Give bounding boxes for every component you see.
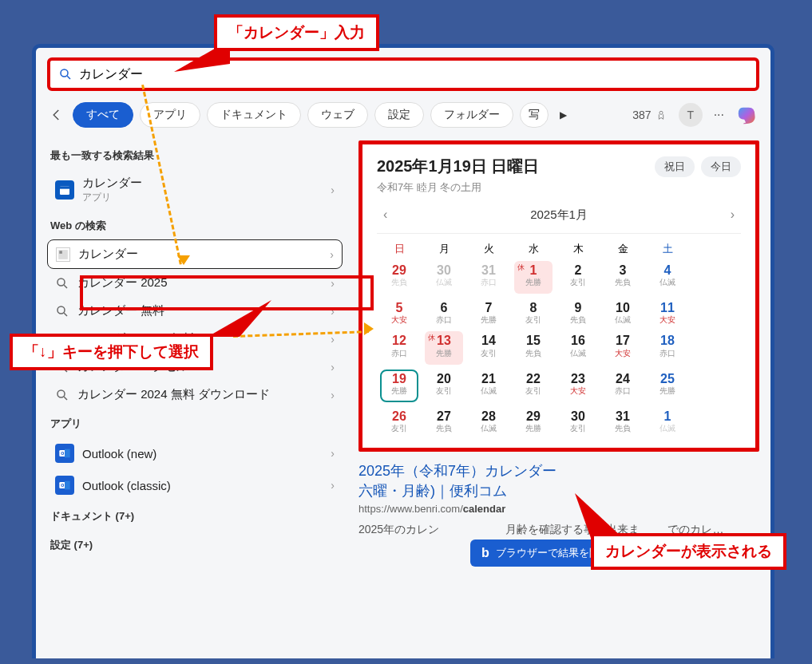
svg-line-4 <box>67 76 70 79</box>
calendar-day[interactable]: 休13先勝 <box>422 331 466 369</box>
rewards-points[interactable]: 387 <box>628 109 671 121</box>
calendar-dow: 水 <box>511 240 556 261</box>
calendar-day[interactable]: 4仏滅 <box>645 261 690 298</box>
svg-line-13 <box>64 313 67 316</box>
calendar-dow: 日 <box>377 240 422 261</box>
svg-point-5 <box>660 111 663 114</box>
result-calendar-app[interactable]: カレンダー アプリ › <box>47 169 343 211</box>
calendar-day[interactable]: 16仏滅 <box>556 331 600 369</box>
filter-settings[interactable]: 設定 <box>374 102 424 128</box>
search-icon <box>55 276 69 290</box>
search-icon <box>55 388 69 402</box>
calendar-day[interactable]: 31赤口 <box>466 261 511 298</box>
calendar-day[interactable]: 30仏滅 <box>422 261 466 298</box>
chevron-right-icon: › <box>330 248 334 261</box>
calendar-day[interactable]: 7先勝 <box>466 298 511 331</box>
calendar-era-line: 令和7年 睦月 冬の土用 <box>377 180 741 195</box>
calendar-day[interactable]: 25先勝 <box>645 370 690 407</box>
calendar-day[interactable]: 5大安 <box>377 298 422 331</box>
calendar-day[interactable]: 24赤口 <box>600 370 645 407</box>
calendar-day[interactable]: 6赤口 <box>422 298 466 331</box>
calendar-dow: 土 <box>645 240 690 261</box>
filter-more[interactable]: ▶ <box>555 109 572 121</box>
result-title: カレンダー <box>78 247 138 262</box>
calendar-day[interactable]: 休1先勝 <box>511 261 556 298</box>
calendar-day[interactable]: 20友引 <box>422 370 466 407</box>
calendar-pill-today[interactable]: 今日 <box>701 156 741 177</box>
result-web-3b[interactable]: カレンダー 無料 › <box>47 297 343 325</box>
svg-rect-9 <box>59 251 62 254</box>
calendar-day[interactable]: 17大安 <box>600 331 645 369</box>
search-box[interactable] <box>47 57 759 91</box>
calendar-day[interactable]: 29先負 <box>377 261 422 298</box>
dashed-arrowhead-2 <box>364 322 374 335</box>
calendar-day[interactable]: 15先負 <box>511 331 556 369</box>
search-icon <box>55 304 69 318</box>
calendar-day[interactable]: 21仏滅 <box>466 370 511 407</box>
svg-line-11 <box>64 285 67 288</box>
calendar-day[interactable]: 14友引 <box>466 331 511 369</box>
calendar-day[interactable]: 28仏滅 <box>466 407 511 440</box>
chevron-right-icon: › <box>331 333 335 346</box>
calendar-day[interactable]: 29先勝 <box>511 407 556 440</box>
chevron-right-icon: › <box>331 277 335 290</box>
calendar-day[interactable]: 27先負 <box>422 407 466 440</box>
filter-folder[interactable]: フォルダー <box>430 102 513 128</box>
calendar-day[interactable]: 12赤口 <box>377 331 422 369</box>
calendar-day[interactable]: 26友引 <box>377 407 422 440</box>
callout-arrowkey: 「↓」キーを押下して選択 <box>10 334 213 370</box>
svg-text:o: o <box>61 482 64 488</box>
result-outlook-new[interactable]: o Outlook (new) › <box>47 437 343 469</box>
result-web-1[interactable]: カレンダー › <box>47 239 343 269</box>
result-web-6[interactable]: カレンダー 2024 無料 ダウンロード › <box>47 381 343 409</box>
web-result[interactable]: 2025年（令和7年）カレンダー 六曜・月齢)｜便利コム https://www… <box>358 461 759 538</box>
calendar-day[interactable]: 9先負 <box>556 298 600 331</box>
result-title: カレンダー 2024 無料 ダウンロード <box>77 387 270 402</box>
calendar-day[interactable]: 2友引 <box>556 261 600 298</box>
chevron-right-icon: › <box>331 479 335 492</box>
svg-marker-1 <box>208 300 271 337</box>
filter-web[interactable]: ウェブ <box>307 102 368 128</box>
svg-marker-2 <box>575 493 623 538</box>
calendar-day[interactable]: 8友引 <box>511 298 556 331</box>
result-outlook-classic[interactable]: o Outlook (classic) › <box>47 469 343 501</box>
calendar-day[interactable]: 22友引 <box>511 370 556 407</box>
calendar-panel: 2025年1月19日 日曜日 祝日 今日 令和7年 睦月 冬の土用 ‹ 2025… <box>358 140 759 452</box>
filter-all[interactable]: すべて <box>73 102 133 128</box>
more-menu[interactable]: ··· <box>709 108 729 122</box>
filter-photo[interactable]: 写 <box>520 102 549 128</box>
outlook-classic-icon: o <box>55 476 74 495</box>
search-icon <box>58 67 73 81</box>
calendar-day[interactable]: 19先勝 <box>377 370 422 407</box>
result-title: Outlook (new) <box>82 447 156 460</box>
calendar-day[interactable]: 11大安 <box>645 298 690 331</box>
section-best-match: 最も一致する検索結果 <box>47 140 343 169</box>
section-web-search: Web の検索 <box>47 211 343 239</box>
section-docs-count[interactable]: ドキュメント (7+) <box>47 501 343 530</box>
calendar-day[interactable]: 30友引 <box>556 407 600 440</box>
back-button[interactable] <box>47 105 66 125</box>
svg-point-12 <box>57 306 65 314</box>
calendar-day[interactable]: 31先負 <box>600 407 645 440</box>
dashed-arrowhead-1 <box>177 255 190 265</box>
calendar-day[interactable]: 3先負 <box>600 261 645 298</box>
calendar-day[interactable]: 1仏滅 <box>645 407 690 440</box>
copilot-icon[interactable] <box>735 103 759 127</box>
calendar-next[interactable]: › <box>724 204 741 225</box>
calendar-pill-holiday[interactable]: 祝日 <box>655 156 695 177</box>
user-avatar[interactable]: T <box>679 103 703 127</box>
result-web-2[interactable]: カレンダー 2025 › <box>47 269 343 297</box>
section-apps: アプリ <box>47 409 343 437</box>
result-subtitle: アプリ <box>82 191 142 204</box>
filter-docs[interactable]: ドキュメント <box>207 102 301 128</box>
calendar-day[interactable]: 10仏滅 <box>600 298 645 331</box>
calendar-app-icon <box>55 180 74 200</box>
chevron-right-icon: › <box>331 305 335 318</box>
calendar-day[interactable]: 23大安 <box>556 370 600 407</box>
calendar-prev[interactable]: ‹ <box>377 204 394 225</box>
section-settings-count[interactable]: 設定 (7+) <box>47 530 343 559</box>
bing-icon: b <box>481 546 489 560</box>
chevron-right-icon: › <box>331 184 335 196</box>
calendar-day[interactable]: 18赤口 <box>645 331 690 369</box>
result-title: カレンダー 2025 <box>77 275 168 290</box>
